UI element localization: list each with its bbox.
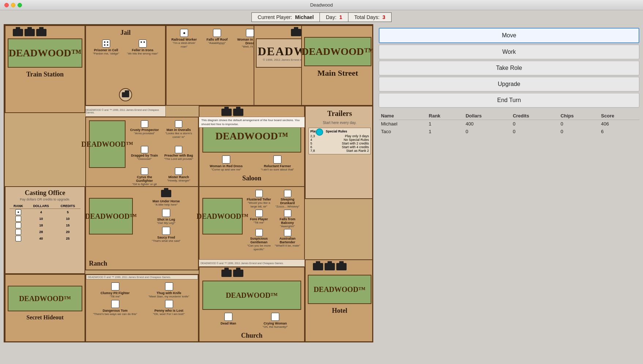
dice-1 — [180, 29, 188, 37]
bank-role-4: Falls from Balcony "Aaarrghh!" — [274, 210, 301, 228]
table-row: 28 20 — [10, 229, 81, 235]
credits-cell: 25 — [55, 235, 81, 242]
camera-icon — [325, 263, 335, 270]
role-quote: "Can you be more specific" — [245, 244, 273, 251]
role-name: Dangerous Tom — [89, 309, 141, 312]
end-turn-button[interactable]: End Turn — [379, 93, 639, 108]
trailers-title-text: Trailers — [327, 109, 352, 117]
role-quote: "Pardon me, 'oblige" — [93, 52, 119, 56]
role-name: Sleeping Drunkard — [274, 198, 301, 205]
role-name: Flustered Teller — [245, 198, 273, 201]
role-quote: "Aaaaiiiiyyyy" — [202, 41, 232, 45]
dice — [246, 29, 254, 37]
role-name: Cyrus the Gunfighter — [128, 175, 161, 183]
role-quote: "Oh, woe! For I am lost!" — [143, 312, 195, 316]
players-table: Name Rank Dollars Credits Chips Score Mi… — [379, 112, 639, 135]
dollars-cell: 40 — [27, 235, 55, 242]
role-name: Dragged by Train — [128, 154, 161, 157]
casting-office-title: Casting Office — [5, 189, 85, 197]
jail-role-2: Feller in Irons "Ah hits the wrong man" — [127, 40, 158, 56]
gs-role-4: Preacher with Bag "The Lord will provide… — [162, 146, 195, 166]
sr-row-3: 5 Start with 2 credits — [310, 142, 369, 145]
train-station-card: DEADWOOD™ — [8, 38, 82, 68]
main-street-title: Main Street — [317, 68, 358, 78]
table-row: 40 25 — [10, 235, 81, 242]
church-role-2: Crying Woman "Oh, the humanity!" — [254, 313, 297, 329]
col-chips: Chips — [558, 112, 599, 120]
role-name: Fore Player — [245, 217, 273, 221]
role-quote: "There's two ways we can do this" — [89, 312, 141, 316]
camera-icon — [36, 29, 46, 36]
jail-label: Jail — [86, 26, 165, 38]
col-dollars: Dollars — [463, 112, 511, 120]
sr-row-5: 7,8 Start as Rank 2 — [310, 149, 369, 153]
role-quote: "Come up and see me" — [202, 168, 250, 172]
player-credits: 0 — [511, 120, 558, 128]
current-player-segment: Current Player: Michael — [251, 12, 319, 22]
player-score: 6 — [599, 128, 639, 135]
role-name: Dead Man — [207, 322, 250, 325]
ranch-role-3: Saucy Fred "That's what she said" — [137, 227, 195, 243]
day-segment: Day: 1 — [319, 12, 348, 22]
day-value: 1 — [339, 14, 342, 20]
player-row-taco: Taco 1 0 0 0 6 — [379, 128, 639, 135]
dice — [213, 29, 221, 37]
trailers-subtitle-text: Start here every day. — [323, 121, 356, 125]
camera-icon — [25, 29, 35, 36]
gs-role-1: Crusty Prospector "Arms provided" — [128, 120, 161, 145]
maximize-button[interactable] — [18, 3, 22, 7]
church-roles: Dead Man Crying Woman "Oh, the humanity!… — [199, 311, 304, 330]
role-quote: "I'm a steel-drivin' man" — [169, 41, 199, 48]
ranch-area: DEADWOOD™ Man Under Horse "A little help… — [85, 186, 199, 270]
sh-role-4: Penny who is Lost "Oh, woe! For I am los… — [143, 300, 195, 316]
dollars-header: DOLLARS — [27, 203, 55, 209]
work-button[interactable]: Work — [379, 45, 639, 59]
take-role-button[interactable]: Take Role — [379, 61, 639, 75]
move-button[interactable]: Move — [379, 28, 639, 43]
role-quote: "Ah hits the wrong man" — [127, 52, 158, 56]
upgrade-button[interactable]: Upgrade — [379, 77, 639, 91]
role-quote: "Arms provided" — [128, 132, 161, 135]
col-rank: Rank — [427, 112, 464, 120]
dollars-cell: 4 — [27, 209, 55, 216]
table-row: 10 10 — [10, 215, 81, 222]
col-name: Name — [379, 112, 427, 120]
total-days-segment: Total Days: 3 — [348, 12, 392, 22]
deadwood-logo: DEADWOOD™ — [8, 48, 81, 58]
credits-cell: 5 — [55, 209, 81, 216]
role-name: Penny who is Lost — [143, 309, 195, 312]
credits-header: CREDITS — [55, 203, 81, 209]
hotel-area: DEADWOOD™ Hotel — [305, 259, 373, 342]
dice — [139, 40, 147, 48]
sr-players-3: 5 — [310, 142, 312, 145]
game-board: DEADWOOD™ Train Station Jail — [4, 24, 373, 342]
right-panel: Move Work Take Role Upgrade End Turn Nam… — [379, 24, 639, 356]
secret-hideout-card: DEADWOOD™ — [8, 286, 82, 311]
role-quote: "Tilt me" — [89, 295, 141, 299]
role-name: Reluctant Farmer — [254, 164, 301, 168]
dollars-cell: 10 — [27, 215, 55, 222]
sr-rule-4: Start with 4 credits — [342, 145, 369, 149]
role-quote: "Ow! My Leg!" — [137, 221, 195, 225]
deadwood-logo: DEADWOOD™ — [314, 286, 366, 293]
church-card: DEADWOOD™ — [202, 281, 301, 310]
traffic-lights — [4, 3, 22, 7]
sh-role-3: Dangerous Tom "There's two ways we can d… — [89, 300, 141, 316]
ranch-roles: Man Under Horse "A little help here" Sho… — [137, 190, 195, 243]
casting-office-title-area: Casting Office Pay dollars OR credits to… — [5, 187, 85, 202]
bank-role-6: Australian Bartender "What'll it be, mat… — [274, 229, 301, 251]
church-area: DEADWOOD™ Dead Man Crying Woman "Oh, the… — [199, 267, 305, 342]
sr-rule-1: Play only 3 days — [345, 134, 369, 138]
saloon-role-2: Reluctant Farmer "I ain't so sure about … — [254, 155, 301, 172]
main-street-area: DEADWOOD™ Main Street — [301, 25, 373, 106]
total-days-value: 3 — [382, 14, 385, 20]
close-button[interactable] — [4, 3, 9, 7]
sh-role-2: Thug with Knife "Meet Stan, my murderin'… — [143, 282, 195, 299]
table-header-row: Name Rank Dollars Credits Chips Score — [379, 112, 639, 120]
camera-icon — [313, 263, 323, 270]
role-quote: "Tilt me" — [245, 221, 273, 225]
ms-role-2: Falls off Roof "Aaaaiiiiyyyy" — [202, 29, 232, 49]
minimize-button[interactable] — [11, 3, 15, 7]
player-chips: 0 — [558, 120, 599, 128]
role-quote: "Oh, the humanity!" — [254, 325, 297, 329]
